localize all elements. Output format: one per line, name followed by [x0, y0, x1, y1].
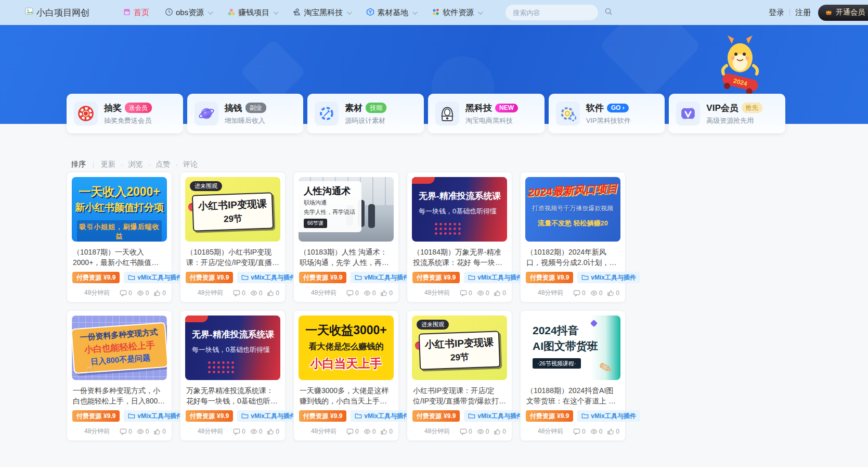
register-link[interactable]: 注册: [795, 8, 811, 18]
like-count[interactable]: 0: [380, 289, 393, 297]
price-tag[interactable]: 付费资源¥9.9: [186, 272, 233, 283]
login-link[interactable]: 登录: [769, 8, 784, 18]
sort-option-updated[interactable]: 更新: [101, 160, 115, 169]
project-thumbnail[interactable]: 一天收益3000+ 看大佬是怎么赚钱的 小白当天上手: [299, 315, 394, 380]
thumb-headline: 小红书IP变现课: [193, 197, 272, 213]
project-card[interactable]: 无界-精准投流系统课 每一块钱，0基础也听得懂 万象无界精准投流系统课：花好每一…: [180, 310, 286, 441]
category-tag[interactable]: vMix工具与插件: [577, 410, 640, 422]
sort-option-comments[interactable]: 评论: [175, 160, 198, 169]
project-title[interactable]: （10185期）小红书IP变现课：开店/定位/IP变现/直播带货/…: [186, 247, 279, 268]
project-title[interactable]: 一份资料多种变现方式，小白也能轻松上手，日入800不是问题: [73, 385, 166, 406]
search-box[interactable]: [506, 5, 598, 20]
category-tag[interactable]: vMix工具与插件: [237, 410, 300, 422]
nav-item-material-base[interactable]: 素材基地: [366, 8, 416, 18]
project-thumbnail[interactable]: 一份资料多种变现方式 小白也能轻松上手 日入800不是问题 ☝: [72, 315, 167, 380]
nav-item-software[interactable]: 软件资源: [432, 8, 482, 18]
price-tag[interactable]: 付费资源¥9.9: [412, 272, 460, 283]
project-thumbnail[interactable]: 2024抖音 AI图文带货班 ·26节视频课程· ✎: [525, 315, 620, 380]
project-thumbnail[interactable]: 无界-精准投流系统课 每一块钱，0基础也听得懂: [412, 177, 507, 242]
eye-icon: [590, 289, 598, 297]
price-tag[interactable]: 付费资源¥9.9: [526, 410, 573, 422]
like-count[interactable]: 0: [267, 428, 279, 435]
feature-card-software[interactable]: 软件GO › VIP黑科技软件: [549, 94, 665, 133]
feature-card-money[interactable]: 搞钱副业 增加睡后收入: [187, 94, 304, 133]
feature-badge: GO ›: [607, 104, 629, 112]
like-count[interactable]: 0: [153, 428, 166, 435]
project-title[interactable]: （10182期）2024年新风口，视频号分成2.0计划，多种玩…: [526, 247, 619, 268]
feature-card-lottery[interactable]: 抽奖送会员 抽奖免费送会员: [67, 94, 183, 133]
price-tag[interactable]: 付费资源¥9.9: [299, 410, 346, 422]
like-count[interactable]: 0: [153, 289, 166, 297]
open-vip-button[interactable]: 开通会员: [818, 5, 868, 21]
category-tag[interactable]: vMix工具与插件: [351, 272, 413, 283]
category-tag[interactable]: vMix工具与插件: [577, 272, 640, 283]
category-tag[interactable]: vMix工具与插件: [464, 410, 527, 422]
folder-icon: [355, 274, 362, 281]
project-thumbnail[interactable]: 进来围观 小红书IP变现课 29节: [412, 315, 507, 380]
thumb-headline: 一天收益3000+: [299, 322, 394, 338]
like-count[interactable]: 0: [380, 428, 393, 435]
like-count[interactable]: 0: [607, 289, 619, 297]
price-tag[interactable]: 付费资源¥9.9: [526, 272, 573, 283]
project-card[interactable]: 进来围观 小红书IP变现课 29节 （10185期）小红书IP变现课：开店/定位…: [180, 172, 286, 302]
feature-badge: 技能: [366, 103, 386, 113]
sort-option-likes[interactable]: 点赞: [148, 160, 171, 169]
project-title[interactable]: 一天赚3000多，大佬是这样赚到钱的，小白当天上手，穷人…: [300, 385, 393, 406]
project-title[interactable]: （10184期）万象无界-精准投流系统课：花好 每一块钱，0…: [413, 247, 506, 268]
thumb-headline: 无界-精准投流系统课: [419, 190, 507, 202]
category-tag[interactable]: vMix工具与插件: [351, 410, 413, 422]
project-thumbnail[interactable]: 2024最新风口项目 打造视频号千万播放爆款视频 流量不发愁 轻松躺赚20: [525, 177, 620, 242]
like-count[interactable]: 0: [494, 428, 506, 435]
price-tag[interactable]: 付费资源¥9.9: [72, 410, 120, 422]
post-time: 48分钟前: [84, 288, 110, 297]
folder-icon: [128, 412, 135, 420]
site-logo[interactable]: 小白项目网创: [25, 7, 89, 19]
nav-item-obs[interactable]: obs资源: [165, 8, 212, 18]
thumbs-up-icon: [607, 289, 614, 297]
nav-item-money-projects[interactable]: 赚钱项目: [227, 8, 277, 18]
category-tag[interactable]: vMix工具与插件: [124, 410, 187, 422]
sort-bar: 排序 更新 浏览 点赞 评论: [71, 160, 203, 169]
nav-item-taobao-tech[interactable]: 淘宝黑科技: [293, 8, 351, 18]
color-dots-icon: [432, 8, 440, 18]
project-title[interactable]: 小红书IP变现课：开店/定位/IP变现/直播带货/爆款打造/涨价…: [413, 385, 506, 406]
project-card[interactable]: 人性沟通术 职场沟通 先学人性，再学说话 66节课 （10183期）人性 沟通术…: [293, 172, 399, 302]
feature-card-material[interactable]: 素材技能 源码设计素材: [307, 94, 424, 133]
price-tag[interactable]: 付费资源¥9.9: [412, 410, 460, 422]
category-tag[interactable]: vMix工具与插件: [464, 272, 527, 283]
project-card[interactable]: 2024最新风口项目 打造视频号千万播放爆款视频 流量不发愁 轻松躺赚20 （1…: [520, 172, 626, 302]
project-title[interactable]: 万象无界精准投流系统课：花好每一块钱，0基础也听得懂（…: [186, 385, 279, 406]
price-tag[interactable]: 付费资源¥9.9: [186, 410, 233, 422]
project-thumbnail[interactable]: 人性沟通术 职场沟通 先学人性，再学说话 66节课: [299, 177, 394, 242]
project-card[interactable]: 一天收入2000+ 新小红书颜值打分项 吸引小姐姐，刷爆后端收益 （10187期…: [67, 172, 172, 302]
comment-icon: [233, 289, 240, 297]
like-count[interactable]: 0: [607, 428, 619, 435]
project-title[interactable]: （10183期）人性 沟通术：职场沟通，先学 人性，再学说…: [300, 247, 393, 268]
thumbs-up-icon: [494, 289, 501, 297]
search-icon[interactable]: [604, 7, 613, 18]
project-thumbnail[interactable]: 一天收入2000+ 新小红书颜值打分项 吸引小姐姐，刷爆后端收益: [72, 177, 167, 242]
project-card[interactable]: 一份资料多种变现方式 小白也能轻松上手 日入800不是问题 ☝ 一份资料多种变现…: [67, 310, 172, 441]
like-count[interactable]: 0: [267, 289, 279, 297]
project-thumbnail[interactable]: 进来围观 小红书IP变现课 29节: [185, 177, 280, 242]
search-input[interactable]: [513, 9, 604, 17]
project-title[interactable]: （10188期）2024抖音AI图文带货班：在这个赛道上 乘风破…: [526, 385, 619, 406]
price-tag[interactable]: 付费资源¥9.9: [72, 272, 120, 283]
project-card[interactable]: 2024抖音 AI图文带货班 ·26节视频课程· ✎ （10188期）2024抖…: [520, 310, 626, 441]
feature-card-blacktech[interactable]: 黑科技NEW 淘宝电商黑科技: [428, 94, 545, 133]
project-thumbnail[interactable]: 无界-精准投流系统课 每一块钱，0基础也听得懂: [185, 315, 280, 380]
eye-icon: [364, 428, 371, 435]
feature-badge: NEW: [495, 104, 518, 112]
price-tag[interactable]: 付费资源¥9.9: [299, 272, 346, 283]
category-tag[interactable]: vMix工具与插件: [237, 272, 300, 283]
feature-card-vip[interactable]: VIP会员抢先 高级资源抢先用: [669, 94, 785, 133]
project-card[interactable]: 一天收益3000+ 看大佬是怎么赚钱的 小白当天上手 一天赚3000多，大佬是这…: [293, 310, 399, 441]
project-title[interactable]: （10187期）一天收入2000+，最新小红书颜值打分项目，吸…: [73, 247, 166, 268]
like-count[interactable]: 0: [494, 289, 506, 297]
sort-option-views[interactable]: 浏览: [121, 160, 143, 169]
project-card[interactable]: 无界-精准投流系统课 每一块钱，0基础也听得懂 （10184期）万象无界-精准投…: [407, 172, 512, 302]
project-card[interactable]: 进来围观 小红书IP变现课 29节 小红书IP变现课：开店/定位/IP变现/直播…: [407, 310, 512, 441]
post-time: 48分钟前: [198, 427, 223, 436]
category-tag[interactable]: vMix工具与插件: [124, 272, 187, 283]
nav-item-home[interactable]: 首页: [123, 8, 149, 18]
